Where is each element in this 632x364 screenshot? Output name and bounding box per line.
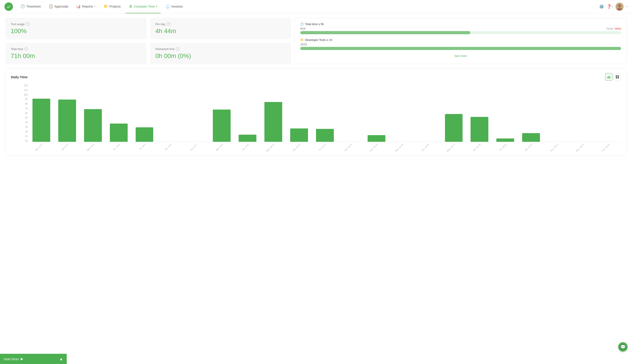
x-label-group: Mon, Jul 22	[570, 142, 595, 151]
x-label-group: Wed, Jul 10	[261, 142, 286, 151]
bar[interactable]	[316, 129, 334, 142]
nav-approvals-label: Approvals	[55, 5, 68, 8]
per-day-label: Per day ?	[156, 22, 286, 26]
nav-invoices[interactable]: 🧾 Invoices	[162, 0, 186, 13]
goal-1-progress-bar	[300, 31, 621, 34]
user-menu-chevron[interactable]: ▾	[626, 5, 627, 8]
goals-card: 🕐 Total time ≤ 5h 8/15 Today: failed	[295, 18, 627, 64]
folder-icon: 📁	[300, 38, 304, 42]
x-label-group: Thu, Jul 18	[467, 142, 492, 151]
reports-icon: 📊	[76, 4, 81, 8]
x-label-group: Sun, Jul 21	[544, 142, 569, 151]
x-label-group: Sat, Jul 13	[338, 142, 363, 151]
goal-1-today: Today: failed	[606, 27, 621, 30]
y-label-12h: 12h	[20, 84, 28, 87]
bar-group	[441, 84, 466, 142]
bar[interactable]	[110, 124, 128, 142]
bar-group	[390, 84, 415, 142]
x-label-group: Thu, Jul 11	[286, 142, 312, 151]
bar-group	[235, 84, 260, 142]
bar[interactable]	[33, 99, 50, 142]
bar-group	[544, 84, 569, 142]
total-time-help[interactable]: ?	[25, 47, 28, 51]
x-label-group: Fri, Jul 19	[492, 142, 518, 151]
bar-group	[29, 84, 54, 142]
y-label-8h: 8h	[20, 103, 28, 105]
x-label: Wed, Jul 3	[86, 143, 95, 152]
timesheet-icon: 🕐	[21, 4, 25, 8]
bar[interactable]	[58, 100, 76, 142]
nav-computer-time[interactable]: 🖥 Computer Time ▾	[126, 0, 161, 13]
goal-2-title: 📁 Developer Tools ≤ 1h	[300, 38, 332, 42]
chart-header: Daily Time	[11, 73, 621, 81]
x-label-group: Wed, Jul 3	[80, 142, 106, 151]
x-label: Sun, Jul 14	[369, 143, 378, 152]
nav-invoices-label: Invoices	[171, 5, 183, 8]
x-label: Tue, Jul 16	[421, 143, 429, 152]
x-label: Mon, Jul 1	[35, 143, 43, 151]
see-more[interactable]: See more	[300, 54, 621, 58]
see-more-link[interactable]: See more	[454, 54, 467, 58]
goal-1-header: 🕐 Total time ≤ 5h	[300, 22, 621, 26]
x-label-group: Sat, Jul 6	[158, 142, 183, 151]
bar[interactable]	[470, 117, 488, 142]
svg-rect-7	[617, 75, 619, 77]
per-day-help[interactable]: ?	[167, 22, 170, 26]
bar-group	[286, 84, 312, 142]
svg-rect-9	[617, 77, 619, 78]
goal-1-progress-fill	[300, 31, 470, 34]
grid-chart-view-button[interactable]	[613, 73, 621, 81]
x-label-group: Mon, Jul 8	[209, 142, 234, 151]
x-label: Mon, Jul 15	[395, 143, 404, 152]
goal-1-fraction: 8/15	[300, 27, 305, 30]
x-label: Fri, Jul 5	[139, 143, 146, 150]
x-label-group: Sun, Jul 7	[183, 142, 209, 151]
nav-timesheet[interactable]: 🕐 Timesheet	[17, 0, 44, 13]
chart-view-buttons	[605, 73, 621, 81]
user-avatar[interactable]	[615, 3, 623, 11]
total-time-label: Total time ?	[11, 47, 141, 51]
bar[interactable]	[136, 127, 154, 142]
x-label: Tue, Jul 9	[241, 143, 249, 151]
y-label-0s: 0s	[20, 140, 28, 142]
bar[interactable]	[84, 109, 102, 142]
nav-projects[interactable]: 📁 Projects	[101, 0, 124, 13]
x-label: Tue, Jul 23	[601, 143, 610, 152]
bar-group	[106, 84, 131, 142]
bar[interactable]	[239, 135, 256, 142]
nav-right-controls: ⚙️ ❓ ▾ ▾	[599, 3, 627, 11]
bar[interactable]	[368, 135, 385, 142]
nav-timesheet-label: Timesheet	[26, 5, 41, 8]
clock-icon: 🕐	[300, 22, 304, 26]
bar-group	[261, 84, 286, 142]
distracted-time-value: 0h 00m (0%)	[156, 52, 286, 60]
bar[interactable]	[445, 114, 463, 142]
bar-chart-view-button[interactable]	[605, 73, 613, 81]
bar[interactable]	[496, 138, 514, 142]
bar[interactable]	[264, 102, 282, 142]
bar[interactable]	[522, 133, 540, 142]
x-label: Wed, Jul 10	[266, 143, 275, 152]
x-label: Thu, Jul 18	[472, 143, 481, 152]
nav-reports[interactable]: 📊 Reports ▾	[73, 0, 99, 13]
y-label-2h: 2h	[20, 130, 28, 133]
bar[interactable]	[213, 110, 231, 142]
bar-group	[55, 84, 80, 142]
distracted-time-help[interactable]: ?	[176, 47, 180, 51]
y-label-10h: 10h	[20, 94, 28, 96]
goal-1-meta: 8/15 Today: failed	[300, 27, 621, 30]
navigation: 🕐 Timesheet 📋 Approvals 📊 Reports ▾ 📁 Pr…	[0, 0, 632, 13]
help-button[interactable]: ❓ ▾	[607, 4, 613, 9]
bar[interactable]	[290, 128, 308, 142]
x-label-group: Fri, Jul 5	[132, 142, 157, 151]
nav-computer-time-label: Computer Time	[134, 5, 155, 8]
bar-chart: 12h 11h 10h 9h 8h 7h 6h 5h 4h 3h 2h 1h 0…	[11, 84, 621, 151]
bar-group	[570, 84, 595, 142]
app-logo[interactable]	[5, 2, 13, 11]
per-day-value: 4h 44m	[156, 28, 286, 35]
settings-button[interactable]: ⚙️	[599, 4, 604, 9]
per-day-card: Per day ? 4h 44m	[150, 18, 291, 39]
tool-usage-help[interactable]: ?	[26, 22, 30, 26]
nav-approvals[interactable]: 📋 Approvals	[46, 0, 71, 13]
nav-reports-label: Reports	[82, 5, 93, 8]
